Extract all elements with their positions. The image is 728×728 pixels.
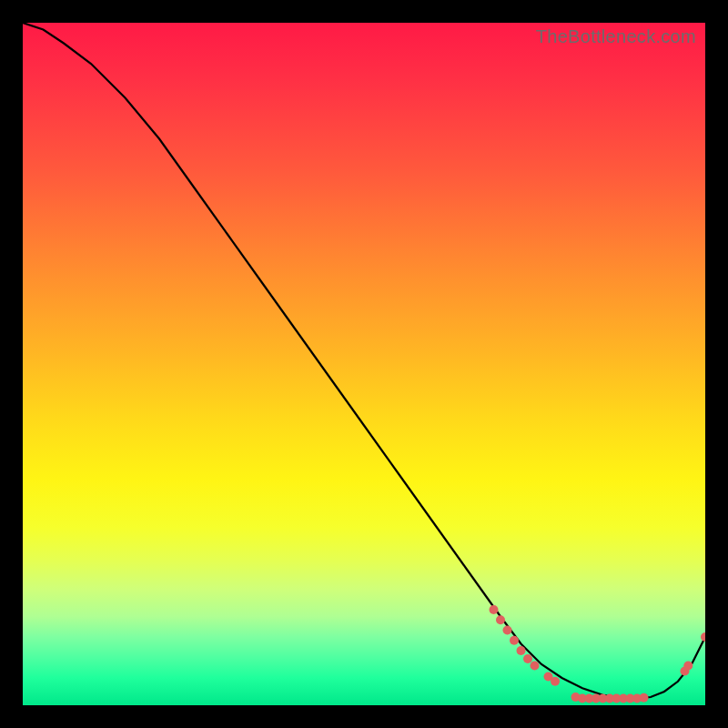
data-point-marker: [503, 626, 512, 635]
chart-frame: TheBottleneck.com: [0, 0, 728, 728]
data-point-marker: [517, 646, 526, 655]
data-point-marker: [551, 677, 560, 686]
data-point-marker: [490, 605, 499, 614]
curve-layer: [23, 23, 705, 705]
data-point-marker: [683, 662, 693, 671]
bottleneck-curve: [23, 23, 705, 699]
data-point-marker: [510, 636, 519, 645]
data-point-marker: [523, 654, 532, 663]
data-point-marker: [531, 662, 540, 671]
data-point-marker: [701, 632, 705, 642]
data-point-marker: [496, 615, 505, 624]
plot-area: TheBottleneck.com: [23, 23, 705, 705]
data-point-marker: [640, 693, 649, 703]
curve-markers: [490, 605, 706, 703]
